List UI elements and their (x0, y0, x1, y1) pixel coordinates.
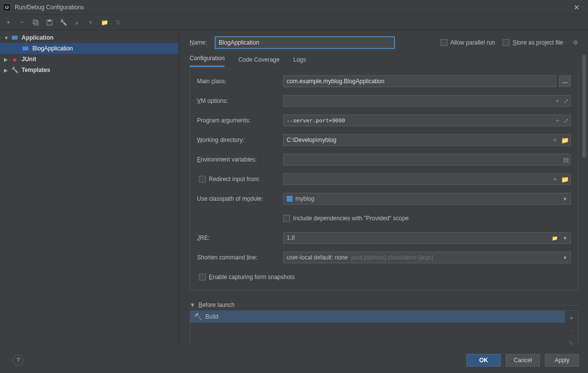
add-task-button[interactable]: ＋ (568, 314, 575, 323)
program-args-input[interactable] (283, 115, 571, 126)
tree-node-application[interactable]: ▼ Application (0, 32, 178, 43)
before-launch-list: 🔨 Build ＋ － ✎ (190, 310, 578, 348)
classpath-value: myblog (295, 195, 315, 202)
module-icon (287, 196, 293, 202)
tree-node-templates[interactable]: ▶ 🔧 Templates (0, 65, 178, 75)
tree-label: JUnit (22, 56, 36, 63)
copy-button[interactable] (31, 18, 40, 27)
add-button[interactable]: ＋ (4, 18, 13, 27)
working-dir-label: Working directory: (197, 137, 283, 143)
tabs: Configuration Code Coverage Logs (190, 55, 578, 68)
application-icon (22, 45, 29, 52)
cancel-button[interactable]: Cancel (506, 354, 540, 367)
chevron-down-icon: ▼ (563, 235, 567, 241)
main-class-input[interactable] (283, 75, 556, 87)
shorten-hint: - java [options] className [args] (348, 254, 433, 261)
working-dir-input[interactable] (283, 134, 571, 146)
titlebar: IJ Run/Debug Configurations ✕ (0, 0, 588, 15)
edit-task-button[interactable]: ✎ (568, 339, 574, 347)
redirect-input-label: Redirect input from: (209, 176, 260, 183)
tree-label: Templates (22, 67, 50, 73)
store-project-checkbox[interactable]: Store as project file (503, 39, 563, 46)
wrench-icon[interactable]: 🔧 (59, 18, 68, 27)
folder-icon[interactable]: 📁 (552, 235, 558, 241)
tab-logs[interactable]: Logs (293, 56, 306, 67)
plus-icon[interactable]: ＋ (552, 136, 558, 144)
chevron-right-icon: ▶ (4, 68, 11, 73)
snapshots-label: Enable capturing form snapshots (209, 274, 294, 280)
snapshots-checkbox[interactable]: Enable capturing form snapshots (197, 274, 294, 280)
store-project-label: Store as project file (513, 39, 563, 46)
allow-parallel-label: Allow parallel run (450, 39, 495, 46)
chevron-down-icon: ▼ (4, 35, 11, 41)
folder-icon[interactable]: 📁 (561, 176, 569, 183)
wrench-icon: 🔧 (11, 66, 19, 74)
tab-code-coverage[interactable]: Code Coverage (238, 56, 279, 67)
svg-rect-4 (12, 36, 18, 40)
redirect-input-field[interactable] (283, 173, 571, 185)
svg-rect-3 (48, 20, 50, 22)
folder-button[interactable]: 📁 (100, 18, 109, 27)
plus-icon[interactable]: ＋ (554, 96, 561, 105)
jre-value: 1.8 (287, 234, 295, 241)
tree-label: Application (22, 34, 53, 41)
tree-node-blogapplication[interactable]: BlogApplication (0, 43, 178, 54)
before-launch-label: Before launch (198, 302, 235, 308)
build-label: Build (205, 313, 219, 320)
close-icon[interactable]: ✕ (568, 3, 585, 11)
redirect-input-checkbox[interactable]: Redirect input from: (197, 176, 283, 183)
remove-task-button[interactable]: － (568, 326, 575, 335)
gear-icon[interactable]: ⚙ (573, 39, 578, 46)
allow-parallel-checkbox[interactable]: Allow parallel run (441, 39, 495, 46)
tree-node-junit[interactable]: ▶ ◆ JUnit (0, 54, 178, 65)
expand-icon[interactable]: ⤢ (564, 97, 569, 105)
provided-scope-label: Include dependencies with "Provided" sco… (293, 215, 409, 222)
program-args-label: Program arguments: (197, 117, 283, 124)
svg-rect-5 (23, 47, 28, 50)
jre-select[interactable]: 1.8 📁 ▼ (283, 232, 571, 244)
chevron-right-icon: ▶ (4, 57, 11, 62)
main-class-label: Main class: (197, 78, 283, 85)
checkbox-icon (503, 39, 510, 46)
save-button[interactable] (45, 18, 54, 27)
shorten-select[interactable]: user-local default: none - java [options… (283, 252, 571, 263)
folder-icon[interactable]: 📁 (561, 137, 569, 144)
plus-icon[interactable]: ＋ (554, 116, 561, 125)
checkbox-icon (441, 39, 447, 46)
env-vars-input[interactable] (283, 154, 571, 165)
provided-scope-checkbox[interactable]: Include dependencies with "Provided" sco… (283, 215, 409, 222)
env-vars-label: Environment variables: (197, 156, 283, 163)
expand-icon[interactable]: ⤢ (564, 117, 569, 124)
remove-button[interactable]: － (18, 18, 26, 27)
chevron-down-icon: ▼ (563, 196, 567, 202)
apply-button[interactable]: Apply (545, 354, 579, 367)
help-button[interactable]: ? (13, 355, 24, 366)
checkbox-icon (283, 215, 290, 222)
ok-button[interactable]: OK (466, 354, 501, 367)
before-launch-item-build[interactable]: 🔨 Build (190, 311, 565, 323)
scrollbar[interactable] (582, 55, 586, 344)
tab-configuration[interactable]: Configuration (190, 55, 224, 67)
name-input[interactable] (215, 36, 395, 49)
plus-icon[interactable]: ＋ (552, 175, 558, 184)
application-icon (11, 34, 19, 42)
chevron-down-icon: ▼ (563, 255, 567, 260)
sort-button[interactable]: ⇅ (114, 18, 122, 27)
vm-options-label: VM options: (197, 97, 283, 104)
up-button[interactable]: ▲ (73, 18, 81, 27)
browse-main-class-button[interactable]: … (559, 75, 571, 87)
hammer-icon: 🔨 (194, 313, 202, 321)
classpath-select[interactable]: myblog ▼ (283, 193, 571, 205)
tree-label: BlogApplication (32, 45, 73, 52)
shorten-value: user-local default: none (287, 254, 348, 261)
window-title: Run/Debug Configurations (15, 4, 568, 11)
main-panel: Name: Allow parallel run Store as projec… (179, 30, 588, 348)
config-form: Main class: … VM options: ＋⤢ Program arg… (190, 68, 578, 291)
down-button[interactable]: ▼ (86, 18, 95, 27)
chevron-down-icon[interactable]: ▼ (190, 302, 196, 308)
list-icon[interactable]: ▤ (563, 156, 569, 163)
vm-options-input[interactable] (283, 95, 571, 107)
checkbox-icon (199, 176, 206, 183)
before-launch-section: ▼ Before launch 🔨 Build ＋ － ✎ (190, 302, 578, 348)
junit-icon: ◆ (11, 55, 19, 63)
